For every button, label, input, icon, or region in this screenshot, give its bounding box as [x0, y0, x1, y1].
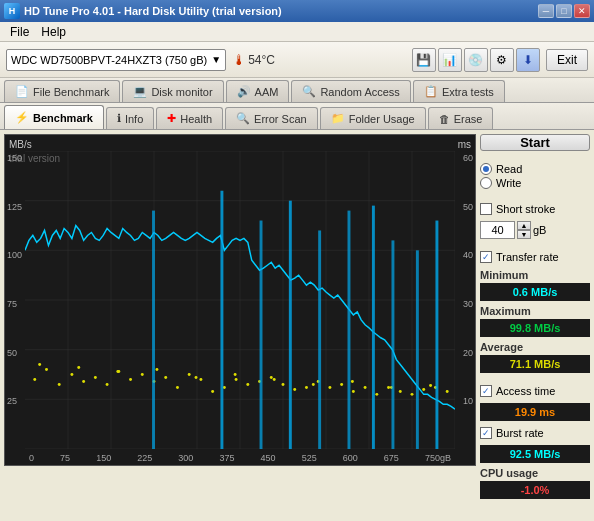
tab-disk-monitor[interactable]: 💻 Disk monitor [122, 80, 223, 102]
tab-aam[interactable]: 🔊 AAM [226, 80, 290, 102]
svg-point-59 [273, 378, 276, 381]
svg-rect-68 [318, 230, 321, 449]
read-write-radio-group: Read Write [480, 161, 590, 191]
tab-extra-tests[interactable]: 📋 Extra tests [413, 80, 505, 102]
folder-usage-icon: 📁 [331, 112, 345, 125]
chart-mb-label: MB/s [9, 139, 32, 150]
short-stroke-checkbox-item[interactable]: Short stroke [480, 203, 590, 215]
svg-point-26 [141, 373, 144, 376]
read-radio-item[interactable]: Read [480, 163, 590, 175]
spinner-down-button[interactable]: ▼ [517, 230, 531, 239]
stroke-size-spinner[interactable]: ▲ ▼ gB [480, 221, 590, 239]
menu-file[interactable]: File [4, 23, 35, 41]
toolbar-btn-5[interactable]: ⬇ [516, 48, 540, 72]
read-radio-button[interactable] [480, 163, 492, 175]
write-radio-button[interactable] [480, 177, 492, 189]
svg-point-34 [235, 378, 238, 381]
tab-error-scan[interactable]: 🔍 Error Scan [225, 107, 318, 129]
svg-point-56 [155, 368, 158, 371]
tab-health[interactable]: ✚ Health [156, 107, 223, 129]
svg-point-54 [77, 366, 80, 369]
start-button[interactable]: Start [480, 134, 590, 151]
burst-rate-stat: 92.5 MB/s [480, 445, 590, 463]
title-bar: H HD Tune Pro 4.01 - Hard Disk Utility (… [0, 0, 594, 22]
burst-rate-checkbox[interactable]: ✓ [480, 427, 492, 439]
svg-point-35 [246, 383, 249, 386]
access-time-value: 19.9 ms [480, 403, 590, 421]
close-button[interactable]: ✕ [574, 4, 590, 18]
toolbar-btn-3[interactable]: 💿 [464, 48, 488, 72]
right-panel: Start Read Write Short stroke ▲ ▼ gB [480, 134, 590, 466]
svg-point-31 [199, 378, 202, 381]
burst-rate-label: Burst rate [496, 427, 544, 439]
menu-help[interactable]: Help [35, 23, 72, 41]
temperature-value: 54°C [248, 53, 275, 67]
burst-rate-value: 92.5 MB/s [480, 445, 590, 463]
stroke-size-input[interactable] [480, 221, 515, 239]
y-axis-right-labels: 60 50 40 30 20 10 [463, 153, 473, 445]
svg-point-58 [234, 373, 237, 376]
exit-button[interactable]: Exit [546, 49, 588, 71]
tab-erase[interactable]: 🗑 Erase [428, 107, 494, 129]
dropdown-arrow-icon[interactable]: ▼ [211, 54, 221, 65]
svg-point-50 [422, 388, 425, 391]
tab-file-benchmark[interactable]: 📄 File Benchmark [4, 80, 120, 102]
cpu-usage-stat: CPU usage -1.0% [480, 467, 590, 499]
tab-benchmark[interactable]: ⚡ Benchmark [4, 105, 104, 129]
svg-rect-65 [220, 191, 223, 449]
access-time-stat: 19.9 ms [480, 403, 590, 421]
spinner-up-button[interactable]: ▲ [517, 221, 531, 230]
burst-rate-checkbox-item[interactable]: ✓ Burst rate [480, 427, 590, 439]
svg-point-17 [33, 378, 36, 381]
average-value: 71.1 MB/s [480, 355, 590, 373]
minimum-stat: Minimum 0.6 MB/s [480, 269, 590, 301]
access-time-label: Access time [496, 385, 555, 397]
svg-point-20 [70, 373, 73, 376]
cpu-usage-label: CPU usage [480, 467, 590, 479]
main-content: MB/s ms trial version [0, 130, 594, 470]
write-radio-label: Write [496, 177, 521, 189]
svg-rect-67 [289, 201, 292, 449]
minimize-button[interactable]: ─ [538, 4, 554, 18]
erase-icon: 🗑 [439, 113, 450, 125]
chart-ms-label: ms [458, 139, 471, 150]
short-stroke-checkbox[interactable] [480, 203, 492, 215]
svg-rect-64 [152, 211, 155, 449]
tab-folder-usage[interactable]: 📁 Folder Usage [320, 107, 426, 129]
svg-point-23 [106, 383, 109, 386]
maximize-button[interactable]: □ [556, 4, 572, 18]
file-benchmark-icon: 📄 [15, 85, 29, 98]
drive-selector[interactable]: WDC WD7500BPVT-24HXZT3 (750 gB) ▼ [6, 49, 226, 71]
svg-point-22 [94, 376, 97, 379]
svg-rect-70 [372, 206, 375, 449]
chart-svg [25, 151, 455, 449]
toolbar-btn-2[interactable]: 📊 [438, 48, 462, 72]
svg-point-30 [188, 373, 191, 376]
benchmark-icon: ⚡ [15, 111, 29, 124]
svg-point-46 [375, 393, 378, 396]
transfer-rate-checkbox[interactable]: ✓ [480, 251, 492, 263]
svg-point-63 [429, 384, 432, 387]
transfer-rate-checkbox-item[interactable]: ✓ Transfer rate [480, 251, 590, 263]
minimum-value: 0.6 MB/s [480, 283, 590, 301]
menu-bar: File Help [0, 22, 594, 42]
svg-point-45 [364, 386, 367, 389]
average-label: Average [480, 341, 590, 353]
access-time-checkbox[interactable]: ✓ [480, 385, 492, 397]
thermometer-icon: 🌡 [232, 52, 246, 68]
svg-rect-73 [435, 221, 438, 449]
svg-point-49 [411, 393, 414, 396]
svg-point-39 [293, 388, 296, 391]
toolbar-btn-1[interactable]: 💾 [412, 48, 436, 72]
y-axis-left-labels: 150 125 100 75 50 25 [7, 153, 22, 445]
read-radio-label: Read [496, 163, 522, 175]
write-radio-item[interactable]: Write [480, 177, 590, 189]
tab-info[interactable]: ℹ Info [106, 107, 154, 129]
toolbar-btn-4[interactable]: ⚙ [490, 48, 514, 72]
tab-random-access[interactable]: 🔍 Random Access [291, 80, 410, 102]
svg-point-48 [399, 390, 402, 393]
svg-point-53 [38, 363, 41, 366]
temperature-display: 🌡 54°C [232, 52, 275, 68]
svg-point-44 [352, 390, 355, 393]
access-time-checkbox-item[interactable]: ✓ Access time [480, 385, 590, 397]
